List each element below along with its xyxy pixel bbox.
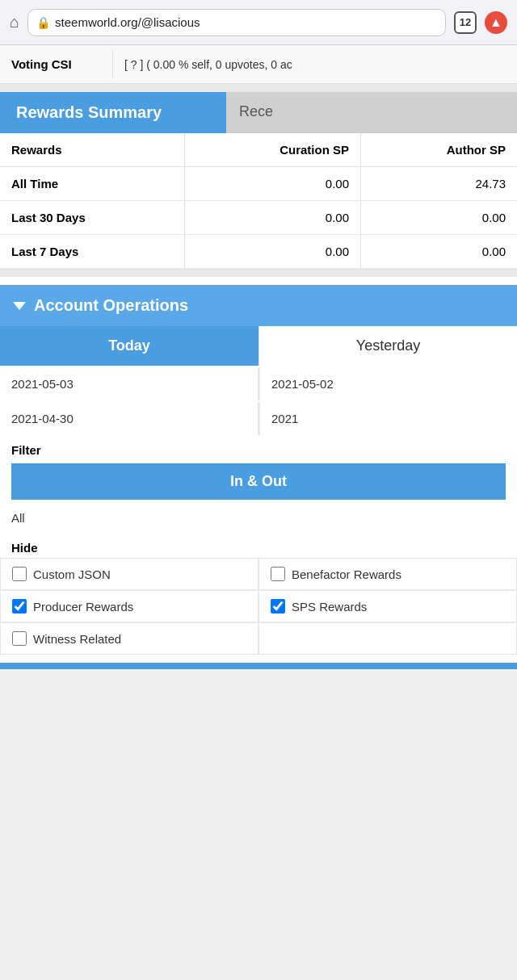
col-header-curation: Curation SP (184, 133, 360, 167)
voting-csi-row: Voting CSI [ ? ] ( 0.00 % self, 0 upvote… (0, 45, 517, 84)
hide-label: Hide (0, 533, 517, 558)
url-text: steemworld.org/@lisacious (55, 15, 200, 29)
checkbox-item-cb5[interactable]: Witness Related (0, 622, 258, 655)
checkbox-empty (258, 622, 517, 655)
date-cell-1[interactable]: 2021-05-03 (0, 367, 258, 400)
checkbox-grid: Custom JSONBenefactor RewardsProducer Re… (0, 558, 517, 655)
bottom-blue-bar (0, 663, 517, 669)
rewards-tab-bar: Rewards Summary Rece (0, 92, 517, 133)
yesterday-button[interactable]: Yesterday (258, 326, 517, 366)
chevron-down-icon (13, 302, 26, 310)
date-cell-2[interactable]: 2021-05-02 (259, 367, 517, 400)
date-tab-bar: Today Yesterday (0, 326, 517, 366)
row-label: Last 30 Days (0, 201, 184, 235)
checkbox-item-cb4[interactable]: SPS Rewards (258, 590, 517, 622)
rewards-table: Rewards Curation SP Author SP All Time 0… (0, 133, 517, 269)
browser-bar: ⌂ 🔒 steemworld.org/@lisacious 12 ▲ (0, 0, 517, 45)
account-operations-header[interactable]: Account Operations (0, 285, 517, 326)
row-author: 0.00 (361, 235, 517, 269)
table-row: Last 30 Days 0.00 0.00 (0, 201, 517, 235)
tab-count[interactable]: 12 (454, 11, 477, 34)
checkbox-item-cb1[interactable]: Custom JSON (0, 558, 258, 590)
home-icon[interactable]: ⌂ (10, 13, 19, 31)
section-gap-2 (0, 269, 517, 277)
account-ops-title: Account Operations (34, 296, 188, 315)
date-row-1: 2021-05-03 2021-05-02 (0, 367, 517, 400)
checkbox-label-cb2: Benefactor Rewards (292, 567, 401, 581)
row-curation: 0.00 (184, 201, 360, 235)
voting-csi-label: Voting CSI (0, 49, 113, 79)
tab-recent[interactable]: Rece (226, 92, 517, 133)
table-row: All Time 0.00 24.73 (0, 167, 517, 201)
filter-in-out-button[interactable]: In & Out (11, 463, 506, 500)
row-author: 24.73 (361, 167, 517, 201)
lock-icon: 🔒 (36, 16, 50, 29)
checkbox-label-cb3: Producer Rewards (33, 600, 133, 614)
date-cell-4[interactable]: 2021 (259, 402, 517, 435)
checkbox-cb1[interactable] (12, 567, 27, 581)
col-header-author: Author SP (361, 133, 517, 167)
section-gap-1 (0, 84, 517, 92)
checkbox-item-cb3[interactable]: Producer Rewards (0, 590, 258, 622)
page-content: Voting CSI [ ? ] ( 0.00 % self, 0 upvote… (0, 45, 517, 669)
checkbox-label-cb4: SPS Rewards (292, 600, 367, 614)
checkbox-item-cb2[interactable]: Benefactor Rewards (258, 558, 517, 590)
row-label: All Time (0, 167, 184, 201)
date-cell-3[interactable]: 2021-04-30 (0, 402, 258, 435)
col-header-rewards: Rewards (0, 133, 184, 167)
alert-icon[interactable]: ▲ (485, 11, 507, 34)
today-button[interactable]: Today (0, 326, 258, 366)
filter-all-option[interactable]: All (0, 503, 517, 533)
row-curation: 0.00 (184, 235, 360, 269)
checkbox-cb3[interactable] (12, 599, 27, 614)
tab-rewards-summary[interactable]: Rewards Summary (0, 92, 226, 133)
voting-csi-value: [ ? ] ( 0.00 % self, 0 upvotes, 0 ac (113, 50, 304, 79)
date-row-2: 2021-04-30 2021 (0, 402, 517, 435)
checkbox-cb4[interactable] (271, 599, 285, 614)
checkbox-cb2[interactable] (271, 567, 285, 581)
checkbox-cb5[interactable] (12, 631, 27, 646)
checkbox-label-cb1: Custom JSON (33, 567, 111, 581)
table-row: Last 7 Days 0.00 0.00 (0, 235, 517, 269)
filter-label: Filter (0, 435, 517, 460)
row-curation: 0.00 (184, 167, 360, 201)
row-label: Last 7 Days (0, 235, 184, 269)
row-author: 0.00 (361, 201, 517, 235)
address-bar[interactable]: 🔒 steemworld.org/@lisacious (27, 9, 446, 36)
checkbox-label-cb5: Witness Related (33, 632, 121, 646)
